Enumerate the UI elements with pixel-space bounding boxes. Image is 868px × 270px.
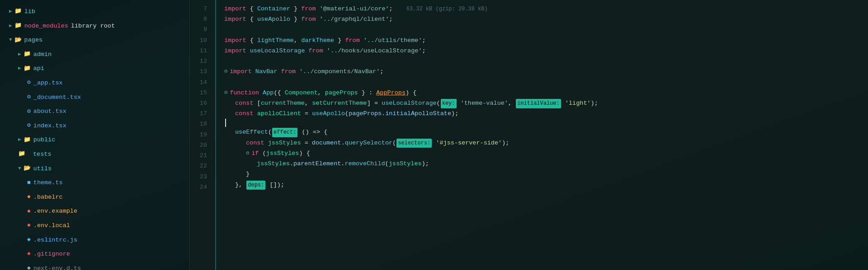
tree-label: theme.ts (33, 178, 63, 188)
code-line-23: } (224, 169, 868, 179)
arrow-icon: ▼ (9, 36, 12, 44)
code-line-11: import useLocalStorage from '../hooks/us… (224, 46, 868, 56)
code-content: import { Container } from '@material-ui/… (216, 0, 868, 270)
tree-label: public (33, 135, 56, 145)
tree-item-document-tsx[interactable]: ⚙ _document.tsx (0, 90, 190, 105)
code-line-10: import { lightTheme , darkTheme } from '… (224, 35, 868, 46)
tree-label: lib (24, 7, 35, 17)
file-gitignore-icon: ◆ (27, 249, 31, 259)
code-line-14 (224, 77, 868, 88)
arrow-icon: ▼ (18, 165, 21, 173)
badge-library-root: library root (71, 21, 115, 31)
tree-item-next-env-dts[interactable]: ◆ next-env.d.ts (0, 261, 190, 270)
file-tsx-icon: ⚙ (27, 107, 31, 116)
tree-item-tests[interactable]: 📁 tests (0, 147, 190, 162)
tree-label: .env.local (33, 221, 70, 231)
file-tree-panel: ▶ 📁 lib ▶ 📁 node_modules library root ▼ … (0, 0, 190, 270)
arrow-icon: ▶ (9, 22, 12, 30)
tree-item-app-tsx[interactable]: ⚙ _app.tsx (0, 76, 190, 90)
tree-item-eslintrc[interactable]: ◆ .eslintrc.js (0, 233, 190, 247)
code-line-24: }, deps: []); (224, 180, 868, 190)
line-numbers: 7 8 9 10 11 12 13 14 15 16 17 18 19 20 2… (190, 0, 216, 270)
code-line-20: const jssStyles = document . querySelect… (224, 138, 868, 148)
code-line-8: import { useApollo } from '../graphql/cl… (224, 14, 868, 24)
tree-label: admin (33, 50, 52, 60)
tree-label: api (33, 64, 44, 74)
tree-item-about-tsx[interactable]: ⚙ about.tsx (0, 104, 190, 119)
arrow-icon: ▶ (18, 51, 21, 59)
file-env-icon: ◆ (27, 221, 31, 230)
file-tsx-icon: ⚙ (27, 121, 31, 130)
tree-item-admin[interactable]: ▶ 📁 admin (0, 47, 190, 62)
file-tsx-icon: ⚙ (27, 78, 31, 88)
folder-icon: 📁 (14, 7, 22, 16)
tree-label: .env.example (33, 206, 77, 216)
tree-item-utils[interactable]: ▼ 📂 utils (0, 162, 190, 176)
code-line-16: const [ currentTheme , setCurrentTheme ]… (224, 98, 868, 108)
code-line-13: ⊖ import NavBar from '../components/NavB… (224, 66, 868, 77)
tree-item-index-tsx[interactable]: ⚙ index.tsx (0, 119, 190, 133)
size-info: 63.32 kB (gzip: 20.38 kB) (406, 5, 488, 14)
tree-label: .babelrc (33, 192, 63, 202)
tree-item-node-modules[interactable]: ▶ 📁 node_modules library root (0, 19, 190, 33)
tree-item-theme-ts[interactable]: ■ theme.ts (0, 176, 190, 190)
tree-label: tests (33, 149, 52, 159)
tree-item-api[interactable]: ▶ 📁 api (0, 61, 190, 76)
tree-label: _app.tsx (33, 78, 63, 88)
folder-icon: 📁 (14, 21, 22, 31)
tree-item-lib[interactable]: ▶ 📁 lib (0, 5, 190, 19)
tree-label: next-env.d.ts (33, 264, 81, 270)
tree-item-babelrc[interactable]: ◆ .babelrc (0, 190, 190, 205)
tree-label: .eslintrc.js (33, 235, 77, 245)
file-babelrc-icon: ◆ (27, 192, 31, 202)
code-line-15: ⊖ function App ( { Component , pageProps… (224, 88, 868, 98)
code-line-9 (224, 24, 868, 35)
tree-label: .gitignore (33, 249, 70, 259)
file-ts-icon: ■ (27, 178, 31, 188)
tree-item-env-local[interactable]: ◆ .env.local (0, 219, 190, 233)
text-cursor (225, 119, 226, 127)
file-eslint-icon: ◆ (27, 235, 31, 245)
folder-open-icon: 📂 (24, 164, 31, 173)
code-line-22: jssStyles . parentElement . removeChild … (224, 158, 868, 169)
arrow-icon: ▶ (18, 136, 21, 144)
file-tsx-icon: ⚙ (27, 93, 31, 102)
code-line-19: useEffect ( effect: () => { (224, 127, 868, 137)
folder-icon: 📁 (24, 64, 31, 74)
code-line-7: import { Container } from '@material-ui/… (224, 4, 868, 14)
tree-item-pages[interactable]: ▼ 📂 pages (0, 33, 190, 47)
file-dts-icon: ◆ (27, 264, 31, 270)
file-env-icon: ◆ (27, 207, 31, 216)
arrow-icon: ▶ (9, 8, 12, 16)
tree-label: node_modules (24, 21, 68, 31)
tree-item-env-example[interactable]: ◆ .env.example (0, 204, 190, 219)
folder-open-icon: 📂 (14, 36, 22, 45)
tree-label: about.tsx (33, 107, 66, 116)
tree-label: pages (24, 35, 43, 45)
arrow-icon: ▶ (18, 65, 21, 73)
code-line-18 (224, 119, 868, 127)
tree-item-public[interactable]: ▶ 📁 public (0, 133, 190, 147)
folder-icon: 📁 (24, 135, 31, 145)
code-line-21: ⊖ if ( jssStyles ) { (224, 148, 868, 158)
tree-label: _document.tsx (33, 93, 81, 102)
folder-icon: 📁 (18, 149, 25, 159)
folder-icon: 📁 (24, 50, 31, 59)
tree-label: index.tsx (33, 121, 66, 131)
tree-label: utils (33, 164, 52, 174)
keyword-import: import (224, 4, 246, 14)
code-panel: 7 8 9 10 11 12 13 14 15 16 17 18 19 20 2… (190, 0, 868, 270)
tree-item-gitignore[interactable]: ◆ .gitignore (0, 247, 190, 261)
code-line-17: const apolloClient = useApollo ( pagePro… (224, 108, 868, 119)
code-line-12 (224, 56, 868, 66)
